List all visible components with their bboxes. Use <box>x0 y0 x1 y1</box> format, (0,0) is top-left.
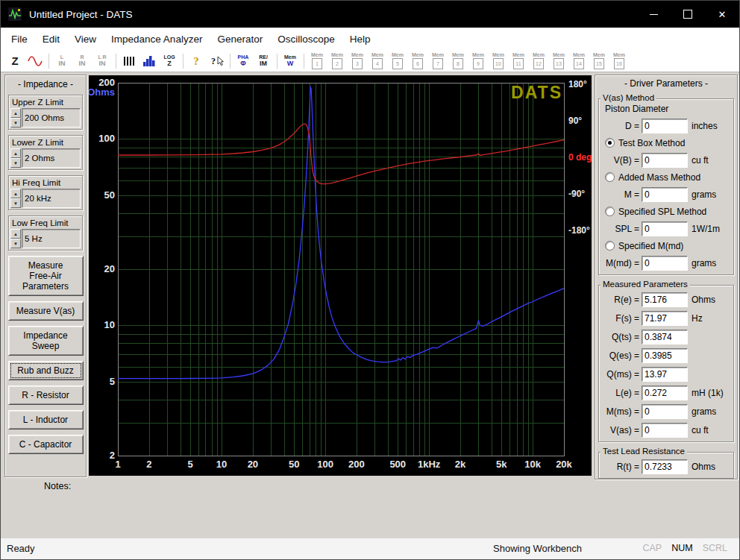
f-s-input[interactable]: 71.97 <box>642 311 688 326</box>
added-mass-method-option[interactable]: Added Mass Method <box>601 169 732 185</box>
low-freq-limit-value[interactable]: 5 Hz <box>22 229 81 248</box>
test-box-method-option[interactable]: Test Box Method <box>601 135 732 151</box>
mem-page-icon: 2 <box>332 58 342 69</box>
q-ts-input[interactable]: 0.3874 <box>642 330 688 345</box>
sine-generator-button[interactable] <box>25 51 45 71</box>
v-as-input[interactable]: 0 <box>642 423 688 438</box>
impedance-panel-title: - Impedance - <box>7 78 84 89</box>
toolbar-label: IM <box>260 60 267 67</box>
right-input-button: RIN <box>72 51 92 71</box>
svg-text:90°: 90° <box>568 116 582 126</box>
spin-down-button[interactable]: ▼ <box>10 198 21 208</box>
mem-page-icon: 4 <box>372 58 383 69</box>
status-flag-scrl: SCRL <box>703 543 727 553</box>
r-e-input[interactable]: 5.176 <box>642 292 688 307</box>
c-capacitor-button[interactable]: C - Capacitor <box>8 435 84 454</box>
impedance-mode-button[interactable]: Z <box>5 51 25 71</box>
mem-page-icon: 10 <box>493 58 504 69</box>
f-s-row: F(s) =71.97Hz <box>601 309 732 327</box>
q-es-input[interactable]: 0.3985 <box>642 348 688 363</box>
q-ms-row: Q(ms) =13.97 <box>601 365 732 383</box>
close-button[interactable]: ✕ <box>705 1 739 28</box>
menu-help[interactable]: Help <box>342 30 378 48</box>
svg-text:2: 2 <box>146 459 151 470</box>
button-label: Rub and Buzz <box>10 365 82 376</box>
hi-freq-limit-value[interactable]: 20 kHz <box>22 189 81 208</box>
lower-z-limit-value[interactable]: 2 Ohms <box>22 148 81 168</box>
log-impedance-button[interactable]: LOGZ <box>160 51 179 71</box>
m-md-input[interactable]: 0 <box>642 256 688 271</box>
v-b-input[interactable]: 0 <box>642 153 688 168</box>
help-button[interactable]: ? <box>186 51 206 71</box>
l-inductor-button[interactable]: L - Inductor <box>8 410 84 430</box>
spl-input[interactable]: 0 <box>642 221 688 236</box>
left-input-button: LIN <box>52 51 72 71</box>
f-s-unit: Hz <box>688 313 703 324</box>
l-e-label: L(e) = <box>601 388 642 398</box>
spin-down-button[interactable]: ▼ <box>10 118 21 128</box>
measure-free-air-parameters-button[interactable]: MeasureFree-AirParameters <box>8 256 84 296</box>
menu-generator[interactable]: Generator <box>210 30 270 48</box>
spin-down-button[interactable]: ▼ <box>10 239 21 248</box>
impedance-panel-body: Upper Z Limit▲▼200 OhmsLower Z Limit▲▼2 … <box>7 95 84 454</box>
spin-up-button[interactable]: ▲ <box>10 148 21 158</box>
menu-impedance-analyzer[interactable]: Impedance Analyzer <box>104 30 210 48</box>
menu-view[interactable]: View <box>67 30 104 48</box>
menu-oscilloscope[interactable]: Oscilloscope <box>270 30 342 48</box>
r-t-row: R(t) =0.7233Ohms <box>601 457 732 476</box>
toolbar-separator <box>277 54 278 69</box>
m-input[interactable]: 0 <box>642 187 688 202</box>
menu-file[interactable]: File <box>4 30 35 48</box>
toolbar-label: Z <box>167 60 172 67</box>
toolbar-label: IN <box>59 60 66 67</box>
specified-m-md-radio[interactable] <box>605 241 615 251</box>
test-box-method-radio[interactable] <box>605 138 615 148</box>
context-help-button[interactable]: ? <box>207 51 226 71</box>
toolbar-label: Φ <box>240 60 245 67</box>
m-ms-input[interactable]: 0 <box>642 404 688 419</box>
specified-spl-method-option[interactable]: Specified SPL Method <box>601 204 732 219</box>
spin-up-button[interactable]: ▲ <box>10 229 21 239</box>
memory-3-button: Mem3 <box>348 51 367 71</box>
memory-7-button: Mem7 <box>428 51 448 71</box>
d-label: D = <box>601 121 642 131</box>
spin-down-button[interactable]: ▼ <box>10 158 21 168</box>
spl-label: SPL = <box>601 224 642 234</box>
added-mass-method-radio[interactable] <box>605 172 615 182</box>
q-ms-input[interactable]: 13.97 <box>642 367 688 382</box>
r-t-input[interactable]: 0.7233 <box>642 459 688 474</box>
toolbar-label: LOG <box>163 54 175 60</box>
maximize-button[interactable] <box>671 1 705 28</box>
mem-page-icon: 15 <box>594 58 604 69</box>
spin-up-button[interactable]: ▲ <box>10 189 21 198</box>
specified-spl-method-radio[interactable] <box>605 207 615 216</box>
impedance-sweep-button[interactable]: ImpedanceSweep <box>8 326 84 356</box>
q-ts-label: Q(ts) = <box>601 332 642 342</box>
bar-graph-button[interactable] <box>139 51 159 71</box>
app-icon <box>8 7 22 21</box>
toolbar-label: IN <box>79 60 86 67</box>
r-resistor-button[interactable]: R - Resistor <box>8 386 84 405</box>
l-e-input[interactable]: 0.272 <box>642 386 688 400</box>
memory-write-button[interactable]: MemW <box>280 51 300 71</box>
v-as-method-title: V(as) Method <box>601 93 656 102</box>
svg-text:500: 500 <box>389 459 406 470</box>
minimize-button[interactable] <box>636 1 671 28</box>
specified-m-md-option[interactable]: Specified M(md) <box>601 238 732 254</box>
d-input[interactable]: 0 <box>642 119 688 133</box>
menu-edit[interactable]: Edit <box>35 30 67 48</box>
linear-bars-button[interactable] <box>119 51 139 71</box>
spin-up-button[interactable]: ▲ <box>10 108 21 118</box>
real-imaginary-button[interactable]: RE/IM <box>254 51 273 71</box>
memory-14-button: Mem14 <box>569 51 589 71</box>
memory-6-button: Mem6 <box>408 51 427 71</box>
measure-v-as-button[interactable]: Measure V(as) <box>8 301 84 321</box>
question-icon: ? <box>189 54 204 68</box>
toolbar-label: R <box>80 54 84 60</box>
m-ms-row: M(ms) =0grams <box>601 402 732 421</box>
upper-z-limit-value[interactable]: 200 Ohms <box>22 108 81 128</box>
rub-and-buzz-button[interactable]: Rub and Buzz <box>8 361 84 380</box>
mem-page-icon: 14 <box>574 58 584 69</box>
m-md-unit: grams <box>688 258 716 268</box>
phase-button[interactable]: PHAΦ <box>233 51 253 71</box>
